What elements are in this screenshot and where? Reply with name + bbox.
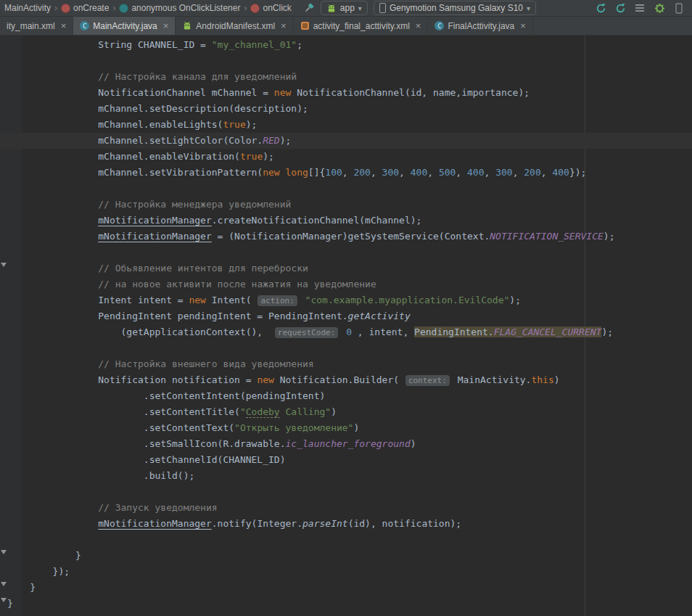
android-app-icon [326,4,337,13]
chevron-down-icon: ▾ [358,4,362,12]
toolbar-actions [595,2,689,14]
code-line[interactable]: mNotificationManager = (NotificationMana… [0,229,692,245]
method-icon [61,4,70,13]
breadcrumb-item[interactable]: onClick [249,3,292,13]
fold-marker[interactable] [1,598,7,602]
tab-activity-final-acttivity-xml[interactable]: activity_final_acttivity.xml× [294,17,429,35]
code-line[interactable]: } [0,580,692,596]
code-line[interactable] [0,53,692,69]
code-line[interactable] [0,245,692,260]
tab-label: activity_final_acttivity.xml [313,21,410,31]
class-icon [119,4,128,13]
code-line[interactable]: PendingIntent pendingIntent = PendingInt… [0,308,692,324]
code-line[interactable] [0,340,692,356]
close-icon[interactable]: × [61,21,67,30]
connected-device-icon[interactable] [673,2,685,14]
device-phone-icon [379,3,386,13]
chevron-down-icon: ▾ [527,4,530,12]
breadcrumb-item[interactable]: anonymous OnClickListener [118,3,242,13]
breadcrumb-separator: › [112,3,115,13]
tab-finalacttivity-java[interactable]: CFinalActtivity.java× [428,17,532,35]
fold-marker[interactable] [1,582,7,586]
layout-xml-icon [300,21,310,30]
java-class-icon: C [434,21,444,30]
close-icon[interactable]: × [520,21,526,30]
code-area[interactable]: String CHANNEL_ID = "my_channel_01"; // … [0,36,692,612]
code-line[interactable]: String CHANNEL_ID = "my_channel_01"; [0,37,692,53]
code-line[interactable] [0,181,692,197]
breadcrumb-label: onCreate [73,3,109,13]
tab-label: MainActivity.java [93,21,157,31]
fold-marker[interactable] [1,550,7,554]
code-line[interactable]: .setContentTitle("Codeby Calling") [0,404,692,420]
apply-code-changes-icon[interactable] [614,2,626,14]
tab-ity-main-xml[interactable]: ity_main.xml× [0,17,73,35]
method-icon [250,4,260,13]
code-line[interactable]: mChannel.setDescription(description); [0,101,692,117]
code-line[interactable]: (getApplicationContext(), requestCode: 0… [0,324,692,340]
code-line[interactable]: } [0,596,692,612]
tab-label: FinalActtivity.java [448,21,514,31]
breadcrumb-item[interactable]: MainActivity [3,3,52,13]
close-icon[interactable]: × [281,21,287,30]
device-label: Genymotion Samsung Galaxy S10 [390,3,523,13]
run-config-label: app [340,3,355,13]
code-line[interactable]: // на новое активити после нажатия на ув… [0,276,692,292]
device-manager-gear-icon[interactable] [654,2,665,14]
code-line[interactable]: .setContentIntent(pendingIntent) [0,388,692,404]
breadcrumb-label: MainActivity [4,3,51,13]
tab-label: AndroidManifest.xml [196,21,275,31]
code-line[interactable]: } [0,548,692,564]
editor[interactable]: String CHANNEL_ID = "my_channel_01"; // … [0,36,692,616]
breadcrumb-item[interactable]: onCreate [59,3,110,13]
fold-marker[interactable] [1,263,7,267]
code-line[interactable]: mChannel.setVibrationPattern(new long[]{… [0,165,692,181]
code-line[interactable]: // Настройка менеджера уведомлений [0,197,692,213]
run-config-selector[interactable]: app ▾ [321,1,368,15]
breadcrumb-label: onClick [263,3,291,13]
profiler-list-icon[interactable] [634,2,646,14]
breadcrumb-label: anonymous OnClickListener [131,3,240,13]
device-selector[interactable]: Genymotion Samsung Galaxy S10 ▾ [374,1,536,15]
breadcrumb-separator: › [244,3,247,13]
tab-mainactivity-java[interactable]: CMainActivity.java× [73,17,176,35]
code-line[interactable] [0,532,692,548]
android-manifest-icon [182,21,192,30]
code-line[interactable]: Notification notification = new Notifica… [0,372,692,388]
build-hammer-icon[interactable] [303,2,315,14]
code-line[interactable]: mNotificationManager.notify(Integer.pars… [0,516,692,532]
code-line[interactable]: Intent intent = new Intent( action: "com… [0,292,692,308]
code-line[interactable]: mChannel.enableLights(true); [0,117,692,133]
breadcrumb-separator: › [54,3,57,13]
close-icon[interactable]: × [416,21,421,30]
code-line[interactable] [0,484,692,500]
code-line[interactable]: NotificationChannel mChannel = new Notif… [0,85,692,101]
code-line[interactable]: .build(); [0,468,692,484]
code-line[interactable]: // Настройка канала для уведомлений [0,69,692,85]
code-line[interactable]: .setContentText("Открыть уведомление") [0,420,692,436]
tab-androidmanifest-xml[interactable]: AndroidManifest.xml× [176,17,293,35]
code-line[interactable]: mChannel.setLightColor(Color.RED); [0,133,692,149]
code-line[interactable]: // Настройка внешнего вида уведомления [0,356,692,372]
code-line[interactable]: // Запуск уведомления [0,500,692,516]
breadcrumbs: MainActivity›onCreate›anonymous OnClickL… [3,3,293,13]
tabbar: ity_main.xml×CMainActivity.java×AndroidM… [0,17,692,36]
tab-label: ity_main.xml [7,21,55,31]
code-line[interactable]: // Обьявление интентов для переброски [0,260,692,276]
main-toolbar: MainActivity›onCreate›anonymous OnClickL… [0,0,692,17]
code-line[interactable]: mNotificationManager.createNotificationC… [0,213,692,229]
java-class-icon: C [80,21,89,30]
apply-changes-restart-icon[interactable] [595,2,606,14]
code-line[interactable]: mChannel.enableVibration(true); [0,149,692,165]
code-line[interactable]: .setSmallIcon(R.drawable.ic_launcher_for… [0,436,692,452]
code-line[interactable]: }); [0,564,692,580]
close-icon[interactable]: × [163,21,169,30]
code-line[interactable]: .setChannelId(CHANNEL_ID) [0,452,692,468]
